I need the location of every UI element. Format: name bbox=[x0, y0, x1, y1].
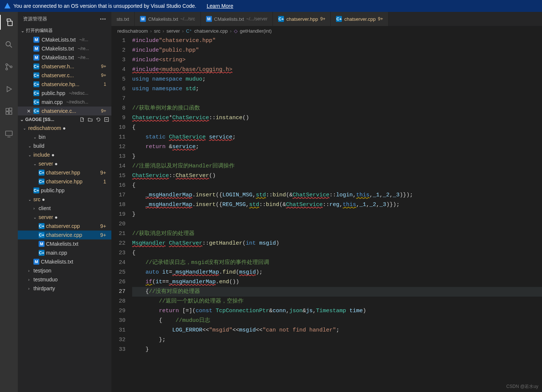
svg-rect-4 bbox=[6, 108, 9, 111]
learn-more-link[interactable]: Learn More bbox=[207, 3, 234, 9]
svg-point-2 bbox=[6, 68, 8, 70]
tree-file[interactable]: C+main.cpp bbox=[18, 248, 111, 257]
cpp-icon: C+ bbox=[33, 187, 39, 193]
problem-badge: 1 bbox=[103, 179, 108, 184]
sidebar-title: 资源管理器 bbox=[23, 16, 47, 22]
cpp-icon: C+ bbox=[278, 16, 284, 22]
open-editor-item[interactable]: C+chatserver.h...9+ bbox=[18, 62, 111, 71]
chevron-down-icon: ⌄ bbox=[21, 28, 25, 33]
cpp-icon: C+ bbox=[39, 250, 45, 256]
tree-file[interactable]: C+chatserver.cpp9+ bbox=[18, 222, 111, 231]
cpp-icon: C+ bbox=[39, 170, 45, 176]
remote-icon[interactable] bbox=[0, 126, 18, 141]
modified-dot-icon: ● bbox=[55, 161, 58, 167]
problem-badge: 1 bbox=[104, 82, 108, 87]
tree-folder[interactable]: ⌄server● bbox=[18, 213, 111, 222]
banner-text: You are connected to an OS version that … bbox=[13, 3, 196, 9]
cpp-icon: C+ bbox=[33, 81, 39, 87]
extensions-icon[interactable] bbox=[0, 104, 18, 119]
tree-file[interactable]: MCMakelists.txt bbox=[18, 257, 111, 266]
tree-file[interactable]: C+chatservice.hpp1 bbox=[18, 177, 111, 186]
problem-badge: 9+ bbox=[378, 16, 383, 22]
cpp-icon: C+ bbox=[33, 72, 39, 78]
debug-icon[interactable] bbox=[0, 82, 18, 97]
tree-folder[interactable]: ›thirdparty bbox=[18, 284, 111, 293]
open-editor-item[interactable]: C+main.cpp~/redisch... bbox=[18, 98, 111, 107]
code-body[interactable]: #include"chatservice.hpp"#include"public… bbox=[132, 36, 542, 392]
problem-badge: 9+ bbox=[100, 223, 108, 229]
modified-dot-icon: ● bbox=[63, 125, 66, 131]
tree-file[interactable]: C+chatservice.cpp9+ bbox=[18, 231, 111, 239]
open-editor-item[interactable]: MCMakeLists.txt~/r... bbox=[18, 35, 111, 44]
svg-point-3 bbox=[10, 66, 12, 68]
make-icon: M bbox=[33, 37, 39, 43]
cpp-icon: C+ bbox=[33, 99, 39, 105]
svg-rect-7 bbox=[9, 108, 12, 111]
cpp-icon: C+ bbox=[39, 179, 45, 184]
tree-file[interactable]: MCMakelists.txt bbox=[18, 239, 111, 248]
watermark: CSDN @若水uy bbox=[506, 383, 538, 390]
svg-rect-8 bbox=[6, 131, 12, 135]
problem-badge: 9+ bbox=[101, 73, 108, 78]
tree-folder[interactable]: ›client bbox=[18, 204, 111, 213]
problem-badge: 9+ bbox=[101, 64, 108, 69]
close-icon[interactable]: ✕ bbox=[26, 108, 31, 114]
svg-rect-5 bbox=[6, 112, 9, 114]
cpp-icon: C+ bbox=[33, 63, 39, 69]
unsupported-os-banner: You are connected to an OS version that … bbox=[0, 0, 542, 12]
tree-folder[interactable]: ⌄server● bbox=[18, 159, 111, 168]
scm-icon[interactable] bbox=[0, 59, 18, 74]
workspace-header[interactable]: ⌄ GAOGE [SS... bbox=[18, 115, 111, 124]
open-editor-item[interactable]: MCMakelists.txt~/re... bbox=[18, 53, 111, 62]
open-editors-header[interactable]: ⌄ 打开的编辑器 bbox=[18, 26, 111, 35]
tree-folder[interactable]: ⌄build bbox=[18, 141, 111, 150]
search-icon[interactable] bbox=[0, 37, 18, 52]
make-icon: M bbox=[33, 46, 39, 52]
problem-badge: 9+ bbox=[101, 108, 108, 114]
open-editor-item[interactable]: ✕C+chatservice.c...9+ bbox=[18, 107, 111, 115]
tree-folder[interactable]: ›testmuduo bbox=[18, 275, 111, 284]
cpp-icon: C+ bbox=[39, 232, 45, 238]
new-folder-icon[interactable] bbox=[88, 117, 93, 122]
svg-rect-6 bbox=[9, 112, 12, 114]
tree-folder[interactable]: ⌄src● bbox=[18, 195, 111, 204]
explorer-sidebar: 资源管理器 ••• ⌄ 打开的编辑器 MCMakeLists.txt~/r...… bbox=[18, 12, 111, 392]
refresh-icon[interactable] bbox=[96, 117, 101, 122]
tree-file[interactable]: C+chatserver.hpp9+ bbox=[18, 168, 111, 177]
new-file-icon[interactable] bbox=[79, 117, 85, 122]
chevron-right-icon: › bbox=[28, 278, 32, 282]
make-icon: M bbox=[140, 16, 146, 22]
open-editor-item[interactable]: C+public.hpp~/redisc... bbox=[18, 89, 111, 98]
code-editor[interactable]: 1234567891011121314151617181920212223242… bbox=[111, 36, 542, 392]
editor-tab[interactable]: sts.txt bbox=[111, 12, 135, 26]
editor-tab[interactable]: C+chatserver.hpp9+ bbox=[273, 12, 331, 26]
editor-tab[interactable]: MCMakelists.txt~/.../server bbox=[201, 12, 273, 26]
tree-folder[interactable]: ⌄bin bbox=[18, 133, 111, 141]
chevron-down-icon: ⌄ bbox=[28, 144, 32, 148]
modified-dot-icon: ● bbox=[51, 152, 54, 158]
chevron-down-icon: ⌄ bbox=[28, 197, 32, 202]
open-editor-item[interactable]: MCMakelists.txt~/re... bbox=[18, 44, 111, 53]
modified-dot-icon: ● bbox=[55, 214, 58, 220]
chevron-right-icon: › bbox=[28, 287, 32, 291]
open-editor-item[interactable]: C+chatservice.hp...1 bbox=[18, 80, 111, 89]
explorer-icon[interactable] bbox=[0, 15, 18, 30]
collapse-icon[interactable] bbox=[104, 117, 109, 122]
chevron-down-icon: ⌄ bbox=[33, 135, 37, 139]
chevron-right-icon: › bbox=[33, 206, 37, 210]
tree-folder[interactable]: ⌄include● bbox=[18, 150, 111, 159]
open-editor-item[interactable]: C+chatserver.c...9+ bbox=[18, 71, 111, 80]
chevron-down-icon: ⌄ bbox=[23, 126, 27, 130]
more-actions-icon[interactable]: ••• bbox=[100, 16, 106, 22]
tab-bar: sts.txtMCMakelists.txt~/.../srcMCMakelis… bbox=[111, 12, 542, 26]
chevron-down-icon: ⌄ bbox=[33, 215, 37, 219]
editor-tab[interactable]: MCMakelists.txt~/.../src bbox=[135, 12, 201, 26]
cpp-icon: C+ bbox=[39, 223, 45, 229]
cpp-icon: C+ bbox=[336, 16, 342, 22]
breadcrumb[interactable]: redischatroom› src› server› C⁺ chatservi… bbox=[111, 26, 542, 36]
tree-folder[interactable]: ›testjson bbox=[18, 266, 111, 275]
tree-root[interactable]: ⌄ redischatroom ● bbox=[18, 124, 111, 133]
tree-file[interactable]: C+public.hpp bbox=[18, 186, 111, 195]
chevron-down-icon: ⌄ bbox=[20, 117, 24, 122]
editor-tab[interactable]: C+chatserver.cpp9+ bbox=[331, 12, 388, 26]
